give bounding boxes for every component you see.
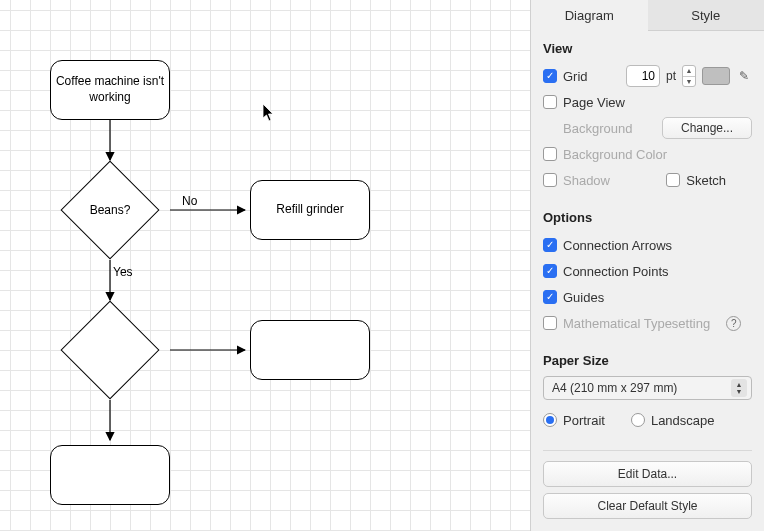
paper-size-title: Paper Size [543,353,752,368]
node-start-label: Coffee machine isn't working [55,74,165,105]
label-portrait: Portrait [563,413,605,428]
change-background-button[interactable]: Change... [662,117,752,139]
checkbox-math-typesetting[interactable] [543,316,557,330]
section-paper-size: Paper Size A4 (210 mm x 297 mm) ▲▼ Portr… [531,343,764,440]
label-background: Background [563,121,632,136]
checkbox-connection-points[interactable] [543,264,557,278]
label-math-typesetting: Mathematical Typesetting [563,316,710,331]
tab-diagram-label: Diagram [565,8,614,23]
select-arrows-icon: ▲▼ [731,379,747,397]
checkbox-sketch[interactable] [666,173,680,187]
checkbox-connection-arrows[interactable] [543,238,557,252]
label-page-view: Page View [563,95,625,110]
clear-default-style-button[interactable]: Clear Default Style [543,493,752,519]
tab-style-label: Style [691,8,720,23]
help-icon[interactable]: ? [726,316,741,331]
node-end[interactable] [50,445,170,505]
label-landscape: Landscape [651,413,715,428]
options-title: Options [543,210,752,225]
view-title: View [543,41,752,56]
grid-color-swatch[interactable] [702,67,730,85]
label-shadow: Shadow [563,173,610,188]
node-refill-grinder-label: Refill grinder [276,202,343,218]
node-start[interactable]: Coffee machine isn't working [50,60,170,120]
stepper-down-icon[interactable]: ▼ [683,77,695,87]
tab-style[interactable]: Style [648,0,765,31]
label-connection-arrows: Connection Arrows [563,238,672,253]
edge-label-yes[interactable]: Yes [113,265,133,279]
diagram-canvas[interactable]: Coffee machine isn't working Beans? No Y… [0,0,530,531]
paper-size-select[interactable]: A4 (210 mm x 297 mm) ▲▼ [543,376,752,400]
label-sketch: Sketch [686,173,726,188]
label-grid: Grid [563,69,588,84]
edge-label-no[interactable]: No [182,194,197,208]
node-decision-2[interactable] [61,301,160,400]
grid-size-input[interactable] [626,65,660,87]
section-view: View Grid pt ▲ ▼ ✎ Page View Background … [531,31,764,200]
pencil-icon[interactable]: ✎ [736,68,752,84]
label-background-color: Background Color [563,147,667,162]
paper-size-value: A4 (210 mm x 297 mm) [552,381,677,395]
node-action-2[interactable] [250,320,370,380]
node-refill-grinder[interactable]: Refill grinder [250,180,370,240]
section-options: Options Connection Arrows Connection Poi… [531,200,764,343]
panel-tabs: Diagram Style [531,0,764,31]
checkbox-grid[interactable] [543,69,557,83]
checkbox-guides[interactable] [543,290,557,304]
radio-portrait[interactable] [543,413,557,427]
tab-diagram[interactable]: Diagram [531,0,648,31]
section-bottom-buttons: Edit Data... Clear Default Style [531,440,764,531]
divider [543,450,752,451]
edit-data-button[interactable]: Edit Data... [543,461,752,487]
checkbox-page-view[interactable] [543,95,557,109]
grid-unit: pt [666,69,676,83]
stepper-up-icon[interactable]: ▲ [683,66,695,77]
grid-size-stepper[interactable]: ▲ ▼ [682,65,696,87]
node-decision-beans-label: Beans? [80,203,140,217]
checkbox-shadow[interactable] [543,173,557,187]
radio-landscape[interactable] [631,413,645,427]
checkbox-background-color[interactable] [543,147,557,161]
mouse-cursor [262,104,276,122]
label-guides: Guides [563,290,604,305]
format-panel: Diagram Style View Grid pt ▲ ▼ ✎ Page Vi… [530,0,764,531]
label-connection-points: Connection Points [563,264,669,279]
